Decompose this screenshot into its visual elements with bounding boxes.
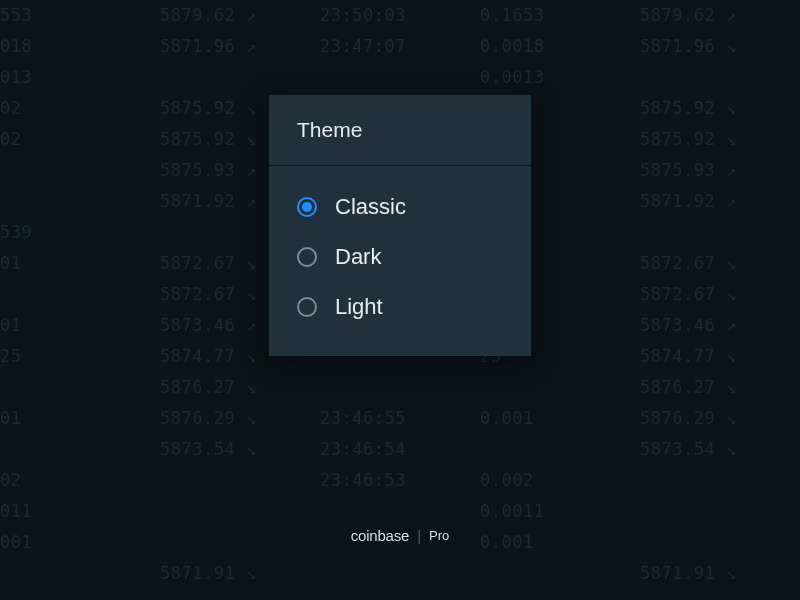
brand-name: coinbase [351,527,409,544]
dialog-options: ClassicDarkLight [269,166,531,356]
theme-option-light[interactable]: Light [297,282,503,332]
dialog-backdrop: Theme ClassicDarkLight [0,0,800,600]
radio-indicator-icon [297,197,317,217]
radio-label: Classic [335,194,406,220]
theme-option-dark[interactable]: Dark [297,232,503,282]
brand-footer: coinbase | Pro [0,527,800,544]
brand-sub: Pro [429,528,449,543]
brand-separator: | [417,527,421,544]
theme-option-classic[interactable]: Classic [297,182,503,232]
radio-label: Dark [335,244,381,270]
dialog-title: Theme [269,95,531,166]
theme-dialog: Theme ClassicDarkLight [269,95,531,356]
radio-label: Light [335,294,383,320]
radio-indicator-icon [297,297,317,317]
radio-indicator-icon [297,247,317,267]
